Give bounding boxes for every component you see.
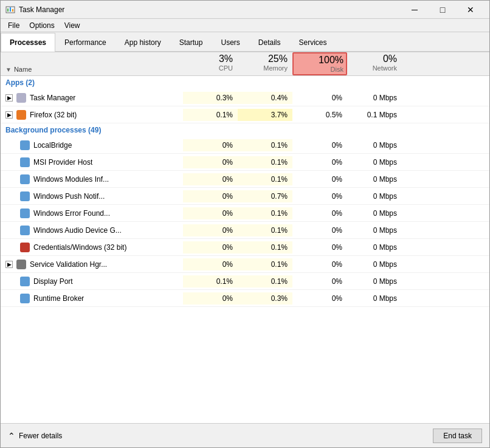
process-name-label: Service Validation Hgr...: [30, 260, 107, 269]
expand-button[interactable]: ▶: [5, 111, 13, 119]
memory-value: 0.1%: [238, 156, 292, 168]
col-header-network[interactable]: 0% Network: [347, 52, 402, 75]
col-header-memory[interactable]: 25% Memory: [238, 52, 292, 75]
disk-value: 0%: [292, 292, 347, 305]
process-name-label: Windows Modules Inf...: [33, 175, 109, 184]
table-row[interactable]: Windows Push Notif...0%0.7%0%0 Mbps: [1, 188, 489, 205]
tab-startup[interactable]: Startup: [170, 33, 212, 52]
col-name-label: Name: [14, 66, 32, 73]
svg-rect-2: [10, 7, 11, 12]
process-name-label: Windows Error Found...: [33, 209, 110, 218]
table-row[interactable]: Credentials/Windows (32 bit)0%0.1%0%0 Mb…: [1, 239, 489, 256]
table-row[interactable]: Display Port0.1%0.1%0%0 Mbps: [1, 273, 489, 290]
disk-value: 0%: [292, 173, 347, 185]
cpu-value: 0%: [183, 258, 238, 271]
tab-processes[interactable]: Processes: [1, 33, 55, 52]
process-name-label: MSI Provider Host: [33, 158, 92, 167]
memory-value: 0.1%: [238, 173, 292, 185]
tab-app-history[interactable]: App history: [116, 33, 170, 52]
cpu-value: 0.1%: [183, 275, 238, 288]
table-row[interactable]: Windows Error Found...0%0.1%0%0 Mbps: [1, 205, 489, 222]
app-icon: [5, 5, 15, 15]
network-value: 0 Mbps: [347, 224, 402, 236]
network-value: 0 Mbps: [347, 275, 402, 288]
menu-view[interactable]: View: [60, 20, 85, 31]
cpu-value: 0.3%: [183, 92, 238, 104]
footer: ⌃ Fewer details End task: [1, 423, 489, 447]
disk-value: 0%: [292, 139, 347, 151]
process-icon: [20, 208, 30, 218]
tab-performance[interactable]: Performance: [55, 33, 116, 52]
maximize-button[interactable]: □: [429, 1, 457, 19]
network-value: 0.1 Mbps: [347, 109, 402, 121]
table-row[interactable]: MSI Provider Host0%0.1%0%0 Mbps: [1, 154, 489, 171]
menu-bar: File Options View: [1, 19, 489, 32]
close-button[interactable]: ✕: [457, 1, 485, 19]
memory-value: 0.1%: [238, 207, 292, 219]
table-row[interactable]: ▶Service Validation Hgr...0%0.1%0%0 Mbps: [1, 256, 489, 273]
title-bar-text: Task Manager: [19, 5, 401, 14]
tab-services[interactable]: Services: [290, 33, 336, 52]
memory-value: 0.1%: [238, 275, 292, 288]
process-icon: [20, 157, 30, 167]
col-header-cpu[interactable]: 3% CPU: [183, 52, 238, 75]
section-header-1: Background processes (49): [1, 123, 489, 137]
end-task-button[interactable]: End task: [433, 429, 482, 443]
cpu-value: 0%: [183, 241, 238, 253]
table-row[interactable]: Runtime Broker0%0.3%0%0 Mbps: [1, 290, 489, 307]
memory-value: 0.4%: [238, 92, 292, 104]
network-value: 0 Mbps: [347, 92, 402, 104]
cpu-value: 0%: [183, 207, 238, 219]
disk-value: 0%: [292, 190, 347, 202]
disk-value: 0%: [292, 241, 347, 253]
disk-value: 0%: [292, 224, 347, 236]
sort-arrow-icon: ▼: [5, 66, 12, 73]
disk-value: 0%: [292, 156, 347, 168]
main-content: ▼ Name 3% CPU 25% Memory 100% Disk 0% Ne…: [1, 52, 489, 423]
svg-rect-3: [12, 9, 13, 12]
network-value: 0 Mbps: [347, 258, 402, 271]
network-value: 0 Mbps: [347, 139, 402, 151]
process-name-label: Credentials/Windows (32 bit): [33, 243, 126, 252]
disk-value: 0.5%: [292, 109, 347, 121]
table-row[interactable]: ▶Task Manager0.3%0.4%0%0 Mbps: [1, 89, 489, 106]
process-name-label: Display Port: [33, 277, 73, 286]
memory-label: Memory: [243, 64, 288, 72]
fewer-details-label: Fewer details: [19, 432, 62, 440]
process-icon: [20, 174, 30, 184]
tab-bar: Processes Performance App history Startu…: [1, 32, 489, 52]
cpu-value: 0%: [183, 190, 238, 202]
cpu-percent: 3%: [188, 53, 233, 64]
memory-value: 0.1%: [238, 241, 292, 253]
menu-options[interactable]: Options: [24, 20, 59, 31]
process-icon: [16, 260, 26, 269]
fewer-details-button[interactable]: ⌃ Fewer details: [8, 431, 62, 441]
table-row[interactable]: ▶Firefox (32 bit)0.1%3.7%0.5%0.1 Mbps: [1, 106, 489, 123]
disk-value: 0%: [292, 258, 347, 271]
table-row[interactable]: Windows Audio Device G...0%0.1%0%0 Mbps: [1, 222, 489, 239]
expand-button[interactable]: ▶: [5, 261, 13, 268]
table-row[interactable]: LocalBridge0%0.1%0%0 Mbps: [1, 137, 489, 154]
menu-file[interactable]: File: [3, 20, 24, 31]
minimize-button[interactable]: ─: [401, 1, 429, 19]
cpu-value: 0.1%: [183, 109, 238, 121]
table-row[interactable]: Windows Modules Inf...0%0.1%0%0 Mbps: [1, 171, 489, 188]
process-name-label: Windows Push Notif...: [33, 192, 105, 201]
process-name-label: LocalBridge: [33, 141, 72, 150]
cpu-value: 0%: [183, 224, 238, 236]
col-header-disk[interactable]: 100% Disk: [292, 52, 347, 75]
process-icon: [20, 277, 30, 286]
expand-button[interactable]: ▶: [5, 94, 13, 102]
network-value: 0 Mbps: [347, 207, 402, 219]
tab-users[interactable]: Users: [212, 33, 249, 52]
cpu-label: CPU: [188, 64, 233, 72]
process-name-cell: Windows Push Notif...: [1, 190, 183, 203]
process-name-cell: MSI Provider Host: [1, 156, 183, 169]
process-name-label: Runtime Broker: [33, 294, 84, 303]
process-icon: [20, 140, 30, 150]
section-header-0: Apps (2): [1, 76, 489, 89]
process-icon: [20, 243, 30, 252]
col-header-name[interactable]: ▼ Name: [1, 52, 183, 75]
tab-details[interactable]: Details: [249, 33, 290, 52]
memory-value: 0.1%: [238, 258, 292, 271]
